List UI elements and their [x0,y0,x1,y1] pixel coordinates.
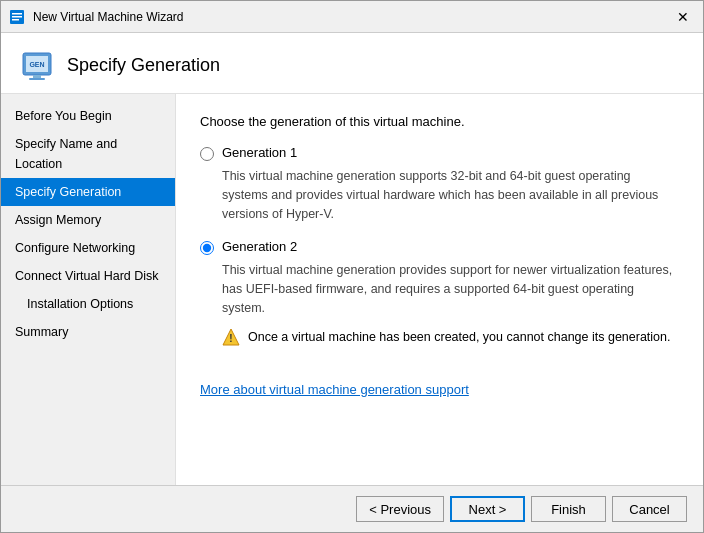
warning-icon: ! [222,328,240,346]
window: New Virtual Machine Wizard ✕ GEN Specify… [0,0,704,533]
svg-rect-2 [12,16,22,18]
generation1-radio[interactable] [200,147,214,161]
svg-text:GEN: GEN [29,61,44,68]
svg-rect-3 [12,19,19,21]
sidebar-item-before-you-begin[interactable]: Before You Begin [1,102,175,130]
generation2-label[interactable]: Generation 2 [222,239,297,254]
sidebar-item-summary[interactable]: Summary [1,318,175,346]
sidebar-item-specify-generation[interactable]: Specify Generation [1,178,175,206]
generation1-group: Generation 1 This virtual machine genera… [200,145,679,223]
svg-rect-7 [29,78,45,80]
generation2-radio[interactable] [200,241,214,255]
footer: < Previous Next > Finish Cancel [1,485,703,532]
sidebar-item-specify-name-location[interactable]: Specify Name and Location [1,130,175,178]
learn-more-link[interactable]: More about virtual machine generation su… [200,382,469,397]
next-button[interactable]: Next > [450,496,525,522]
content-question: Choose the generation of this virtual ma… [200,114,679,129]
cancel-button[interactable]: Cancel [612,496,687,522]
generation1-description: This virtual machine generation supports… [222,167,679,223]
title-bar: New Virtual Machine Wizard ✕ [1,1,703,33]
generation1-label[interactable]: Generation 1 [222,145,297,160]
body: Before You Begin Specify Name and Locati… [1,94,703,485]
finish-button[interactable]: Finish [531,496,606,522]
close-button[interactable]: ✕ [671,5,695,29]
generation2-description: This virtual machine generation provides… [222,261,679,317]
content-area: Choose the generation of this virtual ma… [176,94,703,485]
header-icon: GEN [21,49,53,81]
sidebar-item-configure-networking[interactable]: Configure Networking [1,234,175,262]
generation2-option-row: Generation 2 [200,239,679,255]
generation2-group: Generation 2 This virtual machine genera… [200,239,679,346]
window-icon [9,9,25,25]
title-bar-text: New Virtual Machine Wizard [33,10,671,24]
page-header: GEN Specify Generation [1,33,703,94]
warning-text: Once a virtual machine has been created,… [248,328,671,347]
sidebar: Before You Begin Specify Name and Locati… [1,94,176,485]
generation1-option-row: Generation 1 [200,145,679,161]
sidebar-item-installation-options[interactable]: Installation Options [1,290,175,318]
svg-text:!: ! [229,333,232,344]
svg-rect-6 [33,75,41,78]
svg-rect-1 [12,13,22,15]
sidebar-item-connect-virtual-hard-disk[interactable]: Connect Virtual Hard Disk [1,262,175,290]
warning-box: ! Once a virtual machine has been create… [222,328,679,347]
page-title: Specify Generation [67,55,220,76]
previous-button[interactable]: < Previous [356,496,444,522]
sidebar-item-assign-memory[interactable]: Assign Memory [1,206,175,234]
link-area: More about virtual machine generation su… [200,362,679,397]
